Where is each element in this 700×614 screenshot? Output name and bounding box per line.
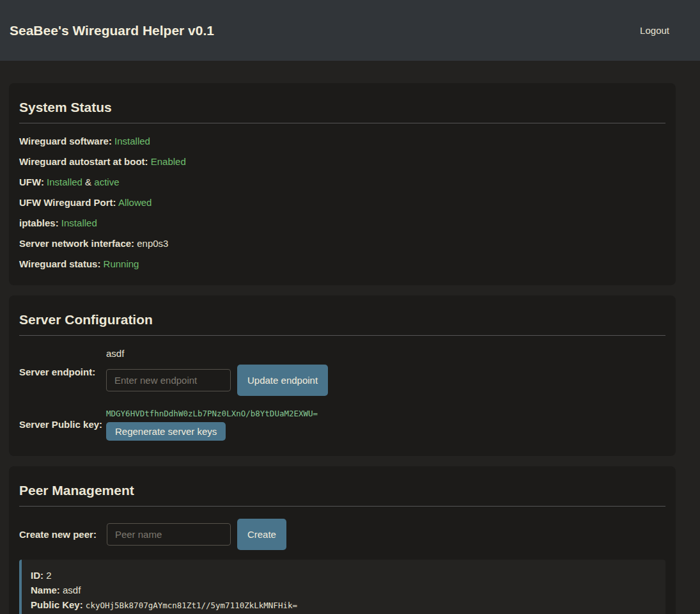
status-label: Server network interface: [19,238,134,249]
status-value-secondary: active [94,177,119,187]
status-label: Wireguard software: [19,136,112,146]
server-endpoint-row: Server endpoint: asdf Update endpoint [19,348,665,396]
update-endpoint-button[interactable]: Update endpoint [237,365,328,396]
status-list: Wireguard software: Installed Wireguard … [19,136,665,270]
status-label: UFW Wireguard Port: [19,197,116,208]
status-value: Allowed [118,197,152,208]
system-status-title: System Status [19,100,665,115]
server-endpoint-current-value: asdf [106,348,328,359]
status-item-ufw-wireguard-port: UFW Wireguard Port: Allowed [19,197,665,209]
peer-card: ID: 2 Name: asdf Public Key: ckyOHj5Bk87… [19,560,665,614]
peer-id-line: ID: 2 [31,570,657,581]
status-value: enp0s3 [137,238,168,249]
section-divider [19,123,665,123]
status-value: Installed [61,217,97,228]
create-peer-label: Create new peer: [19,529,97,540]
create-peer-row: Create new peer: Create [19,519,665,550]
peer-management-title: Peer Management [19,483,665,498]
server-public-key-value: MDGY6HVDtfhnDdhW0zLb7PNz0LXnO/b8YtDUaM2E… [106,409,318,418]
logout-link[interactable]: Logout [640,25,669,36]
status-value: Enabled [151,156,186,167]
status-label: Wireguard autostart at boot: [19,156,148,167]
status-value: Installed [114,136,150,146]
create-peer-button[interactable]: Create [237,519,286,550]
server-config-card: Server Configuration Server endpoint: as… [9,295,676,456]
status-value: Installed [47,177,82,187]
peer-public-key-label: Public Key: [31,599,83,610]
server-endpoint-label: Server endpoint: [19,366,106,378]
status-item-network-interface: Server network interface: enp0s3 [19,238,665,249]
peer-id-label: ID: [31,570,43,581]
section-divider [19,506,665,507]
server-public-key-controls: MDGY6HVDtfhnDdhW0zLb7PNz0LXnO/b8YtDUaM2E… [106,409,318,441]
peer-public-key-line: Public Key: ckyOHj5Bk8707gAYmcn81Zt1//5y… [31,599,657,611]
server-public-key-row: Server Public key: MDGY6HVDtfhnDdhW0zLb7… [19,409,665,441]
status-item-wireguard-software: Wireguard software: Installed [19,136,665,147]
peer-name-input[interactable] [107,523,231,546]
peer-public-key-value: ckyOHj5Bk8707gAYmcn81Zt1//5ym7110ZkLkMNF… [86,601,297,610]
status-separator: & [85,177,91,187]
endpoint-input[interactable] [106,369,231,391]
app-title: SeaBee's Wireguard Helper v0.1 [10,23,214,38]
peer-name-value: asdf [63,585,81,595]
status-item-wireguard-status: Wireguard status: Running [19,258,665,270]
peer-name-line: Name: asdf [31,585,657,596]
app-header: SeaBee's Wireguard Helper v0.1 Logout [0,0,700,61]
peer-name-label: Name: [31,585,60,595]
regenerate-keys-button[interactable]: Regenerate server keys [106,422,226,441]
server-config-title: Server Configuration [19,312,665,327]
status-label: UFW: [19,177,44,187]
status-item-iptables: iptables: Installed [19,217,665,229]
main-content: System Status Wireguard software: Instal… [0,61,700,614]
peer-management-card: Peer Management Create new peer: Create … [9,466,676,614]
server-public-key-label: Server Public key: [19,419,106,430]
peer-id-value: 2 [46,570,51,581]
status-label: Wireguard status: [19,258,100,269]
status-item-ufw: UFW: Installed & active [19,177,665,188]
status-value: Running [104,258,139,269]
status-label: iptables: [19,217,59,228]
system-status-card: System Status Wireguard software: Instal… [9,83,676,285]
server-endpoint-controls: asdf Update endpoint [106,348,328,396]
status-item-wireguard-autostart: Wireguard autostart at boot: Enabled [19,156,665,168]
section-divider [19,335,665,336]
